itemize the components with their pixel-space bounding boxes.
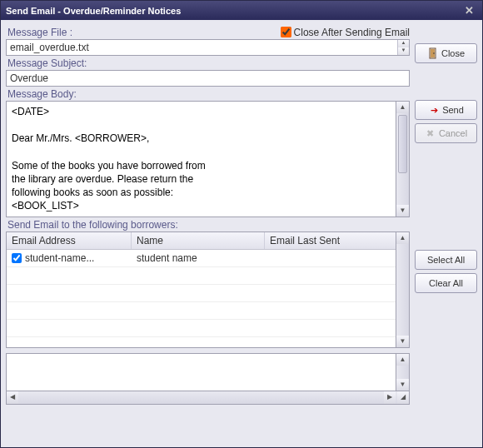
chevron-up-icon[interactable]: ▲ xyxy=(398,40,409,47)
svg-point-2 xyxy=(433,52,435,54)
table-scrollbar[interactable]: ▲ ▼ xyxy=(396,231,410,348)
scroll-down-icon[interactable]: ▼ xyxy=(396,379,409,391)
status-scrollbar[interactable]: ▲ ▼ xyxy=(396,353,410,391)
table-row xyxy=(7,285,396,302)
message-body-textarea[interactable]: <DATE> Dear Mr./Mrs. <BORROWER>, Some of… xyxy=(6,101,396,217)
right-column: Close ➔ Send ✖ Cancel Select All Clear A… xyxy=(415,25,477,442)
close-after-label: Close After Sending Email xyxy=(294,27,410,38)
scroll-right-icon[interactable]: ▶ xyxy=(384,391,396,404)
horizontal-scrollbar[interactable]: ◀ ▶ ◢ xyxy=(6,391,410,405)
message-subject-input[interactable] xyxy=(6,70,410,87)
row-checkbox[interactable] xyxy=(12,253,22,263)
row-email: student-name... xyxy=(25,252,94,264)
col-last[interactable]: Email Last Sent xyxy=(265,232,396,249)
message-file-input[interactable] xyxy=(7,40,397,55)
row-last xyxy=(265,250,396,266)
titlebar: Send Email - Overdue/Reminder Notices ✕ xyxy=(1,1,482,20)
close-button[interactable]: Close xyxy=(415,43,477,63)
close-after-checkbox[interactable] xyxy=(281,27,291,37)
cancel-button[interactable]: ✖ Cancel xyxy=(415,123,477,143)
scroll-up-icon[interactable]: ▲ xyxy=(396,102,409,113)
send-to-label: Send Email to the following borrowers: xyxy=(6,217,410,231)
table-row xyxy=(7,302,396,320)
table-header: Email Address Name Email Last Sent xyxy=(7,232,396,250)
send-button[interactable]: ➔ Send xyxy=(415,100,477,120)
window: Send Email - Overdue/Reminder Notices ✕ … xyxy=(0,0,483,448)
select-all-button[interactable]: Select All xyxy=(415,250,477,270)
status-box xyxy=(6,353,396,391)
door-icon xyxy=(427,47,439,59)
table-row[interactable]: student-name... student name xyxy=(7,250,396,267)
scroll-down-icon[interactable]: ▼ xyxy=(396,336,409,347)
col-name[interactable]: Name xyxy=(132,232,265,249)
resize-grip-icon[interactable]: ◢ xyxy=(397,391,409,404)
scroll-up-icon[interactable]: ▲ xyxy=(396,232,409,244)
scroll-up-icon[interactable]: ▲ xyxy=(396,354,409,366)
spinner[interactable]: ▲ ▼ xyxy=(397,40,409,55)
cancel-icon: ✖ xyxy=(425,127,436,139)
arrow-right-icon: ➔ xyxy=(428,104,440,116)
table-row xyxy=(7,320,396,337)
table-row xyxy=(7,267,396,285)
clear-all-button[interactable]: Clear All xyxy=(415,273,477,293)
vertical-scrollbar[interactable]: ▲ ▼ xyxy=(396,101,410,217)
close-icon[interactable]: ✕ xyxy=(461,4,477,17)
message-body-label: Message Body: xyxy=(6,87,410,101)
table-row xyxy=(7,337,396,347)
message-file-label: Message File : xyxy=(6,25,72,39)
scroll-thumb[interactable] xyxy=(398,115,407,173)
window-title: Send Email - Overdue/Reminder Notices xyxy=(6,6,181,16)
col-email[interactable]: Email Address xyxy=(7,232,132,249)
left-column: Message File : Close After Sending Email… xyxy=(6,25,410,442)
dialog-body: Message File : Close After Sending Email… xyxy=(1,20,482,447)
scroll-down-icon[interactable]: ▼ xyxy=(396,205,409,217)
scroll-left-icon[interactable]: ◀ xyxy=(7,391,18,404)
table-body: student-name... student name xyxy=(7,250,396,347)
message-subject-label: Message Subject: xyxy=(6,56,410,70)
chevron-down-icon[interactable]: ▼ xyxy=(398,47,409,55)
message-file-combo[interactable]: ▲ ▼ xyxy=(6,39,410,56)
borrower-table: Email Address Name Email Last Sent stude… xyxy=(6,231,396,348)
row-name: student name xyxy=(132,250,265,266)
